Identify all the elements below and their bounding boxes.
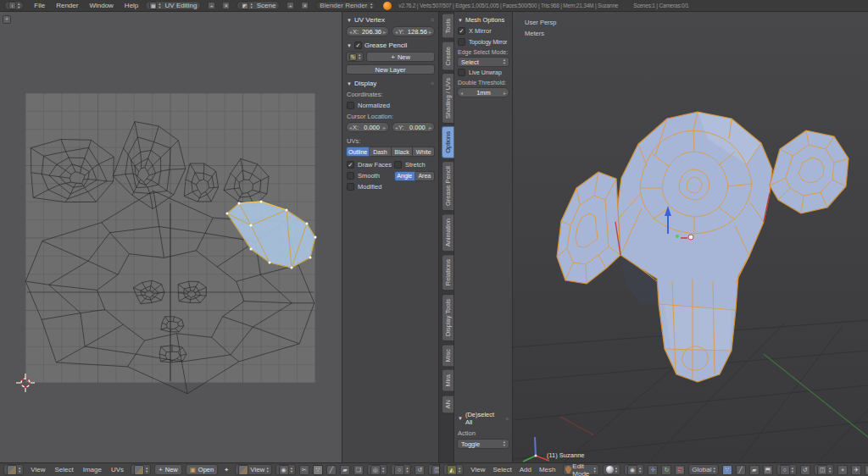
editor-type-info-button[interactable]: i: [4, 1, 24, 10]
uv-snap-mode-icon[interactable]: ↺: [415, 465, 425, 475]
manipulator-rotate-icon[interactable]: ↻: [661, 465, 671, 475]
pin-icon[interactable]: ✦: [221, 465, 231, 475]
snap-element-dropdown[interactable]: ◫: [814, 464, 834, 475]
cursor-x-field[interactable]: X: 0.000: [346, 122, 389, 132]
uv-edge-select-icon[interactable]: ╱: [326, 465, 337, 475]
modified-checkbox[interactable]: [347, 183, 354, 191]
v3d-menu-add[interactable]: Add: [520, 466, 531, 473]
panel-grip-icon[interactable]: ≡: [431, 80, 434, 86]
stretch-angle-button[interactable]: Angle: [394, 171, 415, 181]
uv-snap-icon[interactable]: ✂: [299, 465, 309, 475]
uv-menu-select[interactable]: Select: [54, 466, 73, 473]
uv-island-select-icon[interactable]: ❏: [353, 465, 364, 475]
tab-tools[interactable]: Tools: [442, 14, 454, 39]
edge-select-mode-dropdown[interactable]: Select: [457, 57, 509, 67]
uv-draw-black-button[interactable]: Black: [392, 147, 414, 157]
uv-image-editor[interactable]: +: [0, 12, 342, 462]
viewport-3d[interactable]: User Persp Meters (11) Suzanne: [513, 12, 868, 462]
scene-selector[interactable]: ◩ Scene: [236, 1, 280, 10]
panel-grip-icon[interactable]: ≡: [431, 17, 434, 23]
edge-select-icon[interactable]: ╱: [736, 465, 746, 475]
open-image-button[interactable]: ▣ Open: [186, 464, 218, 475]
tab-animation[interactable]: Animation: [442, 213, 454, 252]
occlude-geometry-icon[interactable]: ⬒: [763, 465, 773, 475]
menu-file[interactable]: File: [34, 2, 45, 9]
v3d-menu-mesh[interactable]: Mesh: [539, 466, 556, 473]
proportional-edit-dropdown[interactable]: ○: [776, 464, 797, 475]
view3d-editor-type-button[interactable]: ◭: [443, 464, 464, 475]
tab-mira[interactable]: Mira: [442, 369, 454, 392]
uv-proportional-edit-dropdown[interactable]: ○: [391, 464, 411, 475]
sticky-select-dropdown[interactable]: ◎: [367, 464, 387, 475]
uv-menu-image[interactable]: Image: [83, 466, 102, 473]
uv-view-mode-dropdown[interactable]: View: [235, 464, 271, 475]
x-mirror-checkbox[interactable]: [458, 27, 465, 35]
close-layout-button[interactable]: ✕: [222, 2, 230, 9]
menu-help[interactable]: Help: [125, 2, 138, 9]
v3d-menu-view[interactable]: View: [470, 466, 485, 473]
panel-grip-icon[interactable]: ≡: [505, 416, 509, 422]
region-expand-icon[interactable]: +: [3, 15, 11, 24]
snap-magnet-icon[interactable]: ↺: [800, 465, 810, 475]
tab-create[interactable]: Create: [442, 42, 454, 71]
uv-menu-view[interactable]: View: [31, 466, 45, 473]
mode-dropdown[interactable]: Edit Mode: [563, 464, 599, 475]
pivot-center-dropdown[interactable]: ◉: [624, 464, 644, 475]
panel-uv-vertex-header[interactable]: ▼ UV Vertex ≡: [346, 14, 435, 25]
grease-pencil-datablock[interactable]: ✎: [346, 52, 364, 62]
close-scene-button[interactable]: ✕: [301, 2, 309, 9]
uv-pivot-dropdown[interactable]: ◉: [275, 464, 296, 475]
opengl-render-still-icon[interactable]: ▣: [865, 465, 868, 475]
menu-render[interactable]: Render: [56, 2, 78, 9]
tab-display-tools[interactable]: Display Tools: [442, 294, 454, 341]
render-engine-dropdown[interactable]: Blender Render: [315, 1, 376, 10]
panel-deselect-all-header[interactable]: ▼ (De)select All ≡: [457, 409, 509, 428]
action-dropdown[interactable]: Toggle: [457, 439, 509, 449]
new-image-button[interactable]: + New: [154, 464, 181, 475]
stretch-area-button[interactable]: Area: [415, 171, 435, 181]
smooth-checkbox[interactable]: [347, 172, 354, 180]
transform-orientation-dropdown[interactable]: Global: [688, 464, 718, 475]
panel-grease-pencil-header[interactable]: ▼ Grease Pencil: [346, 40, 435, 51]
live-unwrap-checkbox[interactable]: [458, 69, 465, 76]
tab-misc[interactable]: Misc: [442, 344, 454, 367]
grease-pencil-new-button[interactable]: + New: [366, 52, 435, 62]
tab-grease-pencil[interactable]: Grease Pencil: [442, 161, 454, 211]
uv-draw-dash-button[interactable]: Dash: [370, 147, 392, 157]
snap-target-icon[interactable]: ⌖: [837, 465, 848, 475]
uv-editor-type-button[interactable]: [3, 464, 24, 475]
manipulator-scale-icon[interactable]: ◱: [675, 465, 685, 475]
uv-draw-outline-button[interactable]: Outline: [346, 147, 370, 157]
tab-an[interactable]: AN: [442, 395, 454, 413]
new-layer-button[interactable]: New Layer: [346, 64, 435, 75]
uv-vertex-y-field[interactable]: Y: 128.56: [392, 26, 435, 36]
screen-layout-selector[interactable]: ▦ UV Editing: [145, 1, 201, 10]
tab-options[interactable]: Options: [442, 126, 454, 158]
viewport-shading-dropdown[interactable]: [603, 464, 620, 475]
normalized-checkbox[interactable]: [347, 102, 354, 109]
menu-window[interactable]: Window: [89, 2, 113, 9]
add-layout-button[interactable]: +: [208, 2, 215, 9]
cursor-y-field[interactable]: Y: 0.000: [392, 122, 435, 132]
snap-peel-icon[interactable]: ✈: [851, 465, 861, 475]
v3d-menu-select[interactable]: Select: [492, 466, 511, 473]
face-select-icon[interactable]: ▰: [749, 465, 760, 475]
uv-vertex-x-field[interactable]: X: 206.36: [346, 26, 389, 36]
uv-face-select-icon[interactable]: ▰: [340, 465, 350, 475]
tab-shading-uvs[interactable]: Shading / UVs: [442, 73, 454, 124]
double-threshold-slider[interactable]: 1mm: [457, 87, 509, 97]
uv-menu-uvs[interactable]: UVs: [111, 466, 124, 473]
tab-relations[interactable]: Relations: [442, 254, 454, 291]
panel-mesh-options-header[interactable]: ▼ Mesh Options: [457, 14, 509, 25]
grease-pencil-checkbox[interactable]: [354, 42, 362, 49]
draw-faces-checkbox[interactable]: [347, 161, 354, 169]
topology-mirror-checkbox[interactable]: [458, 38, 465, 46]
image-datablock-selector[interactable]: [131, 464, 151, 475]
add-scene-button[interactable]: +: [287, 2, 294, 9]
uv-vertex-select-icon[interactable]: ∵: [313, 465, 323, 475]
stretch-checkbox[interactable]: [394, 161, 402, 169]
vertex-select-icon[interactable]: ∵: [722, 465, 732, 475]
uv-draw-white-button[interactable]: White: [413, 147, 435, 157]
manipulator-translate-icon[interactable]: ✛: [648, 465, 658, 475]
panel-display-header[interactable]: ▼ Display ≡: [346, 78, 435, 89]
